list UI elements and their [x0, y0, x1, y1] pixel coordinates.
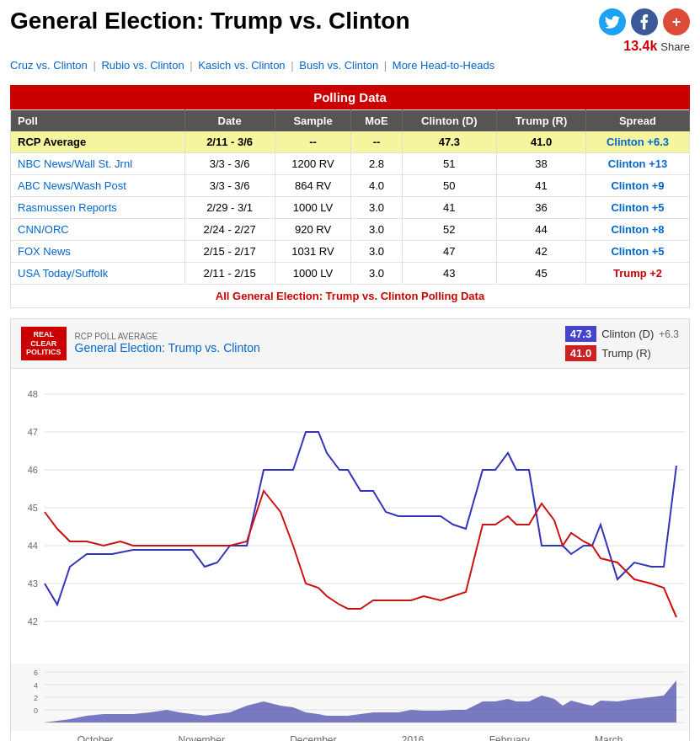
- sublink-cruz[interactable]: Cruz vs. Clinton: [10, 59, 88, 72]
- sublink-more[interactable]: More Head-to-Heads: [393, 59, 494, 72]
- googleplus-icon[interactable]: +: [663, 8, 690, 35]
- poll-sample: 920 RV: [275, 219, 351, 241]
- mini-chart-svg: 6 4 2 0: [11, 664, 689, 731]
- poll-link[interactable]: ABC News/Wash Post: [18, 179, 126, 192]
- poll-date: 3/3 - 3/6: [184, 153, 275, 175]
- trump-label: Trump (R): [601, 347, 651, 360]
- trump-value: 41.0: [565, 345, 596, 361]
- sublink-kasich[interactable]: Kasich vs. Clinton: [198, 59, 285, 72]
- clinton-label: Clinton (D): [601, 328, 654, 340]
- poll-clinton: 47: [402, 241, 497, 263]
- svg-text:47: 47: [28, 427, 38, 437]
- svg-text:43: 43: [28, 578, 38, 589]
- divider: |: [93, 59, 99, 72]
- facebook-icon[interactable]: [631, 8, 658, 35]
- rcp-moe: --: [351, 131, 402, 153]
- page-header: General Election: Trump vs. Clinton + 13…: [0, 0, 700, 57]
- poll-trump: 38: [497, 153, 586, 175]
- divider: |: [384, 59, 390, 72]
- sublinks-bar: Cruz vs. Clinton | Rubio vs. Clinton | K…: [0, 57, 700, 78]
- poll-sample: 1000 LV: [275, 197, 351, 219]
- poll-clinton: 52: [402, 219, 497, 241]
- poll-date: 3/3 - 3/6: [184, 175, 275, 197]
- x-label-oct: October: [77, 734, 114, 741]
- social-share-area: + 13.4k Share: [599, 8, 690, 54]
- poll-trump: 36: [497, 197, 586, 219]
- poll-spread: Clinton +8: [585, 219, 689, 241]
- poll-spread: Clinton +13: [585, 153, 689, 175]
- polling-table: Poll Date Sample MoE Clinton (D) Trump (…: [10, 109, 690, 285]
- poll-name: FOX News: [11, 241, 185, 263]
- svg-text:6: 6: [34, 669, 38, 677]
- table-row: FOX News 2/15 - 2/17 1031 RV 3.0 47 42 C…: [11, 241, 690, 263]
- poll-moe: 3.0: [351, 197, 402, 219]
- page-container: General Election: Trump vs. Clinton + 13…: [0, 0, 700, 741]
- poll-link[interactable]: NBC News/Wall St. Jrnl: [18, 157, 132, 170]
- poll-link[interactable]: Rasmussen Reports: [18, 201, 117, 214]
- poll-clinton: 51: [402, 153, 497, 175]
- x-label-mar: March: [595, 734, 623, 741]
- clinton-change: +6.3: [659, 328, 679, 340]
- poll-link[interactable]: USA Today/Suffolk: [18, 267, 108, 280]
- chart-x-labels: October November December 2016 February …: [11, 731, 689, 741]
- svg-rect-0: [11, 377, 689, 664]
- poll-link[interactable]: CNN/ORC: [18, 223, 69, 236]
- x-label-nov: November: [179, 734, 225, 741]
- poll-clinton: 50: [402, 175, 497, 197]
- svg-text:4: 4: [34, 681, 38, 690]
- poll-name: NBC News/Wall St. Jrnl: [11, 153, 185, 175]
- x-label-2016: 2016: [402, 734, 425, 741]
- poll-moe: 3.0: [351, 263, 402, 285]
- poll-trump: 45: [497, 263, 586, 285]
- poll-moe: 3.0: [351, 219, 402, 241]
- poll-link[interactable]: FOX News: [18, 245, 71, 258]
- col-sample: Sample: [275, 110, 351, 132]
- rcp-poll: RCP Average: [11, 131, 185, 153]
- sublink-bush[interactable]: Bush vs. Clinton: [299, 59, 378, 72]
- col-trump: Trump (R): [497, 110, 586, 132]
- poll-trump: 42: [497, 241, 586, 263]
- col-date: Date: [184, 110, 275, 132]
- col-spread: Spread: [585, 110, 689, 132]
- chart-title-area: RCP POLL AVERAGE General Election: Trump…: [75, 332, 260, 355]
- poll-moe: 4.0: [351, 175, 402, 197]
- clinton-value: 47.3: [565, 326, 596, 342]
- poll-name: Rasmussen Reports: [11, 197, 185, 219]
- divider: |: [291, 59, 297, 72]
- rcp-sample: --: [275, 131, 351, 153]
- svg-text:46: 46: [28, 465, 38, 475]
- page-title: General Election: Trump vs. Clinton: [10, 8, 410, 35]
- poll-date: 2/24 - 2/27: [184, 219, 275, 241]
- x-label-dec: December: [290, 734, 336, 741]
- social-icons: +: [599, 8, 690, 35]
- rcp-poll-label: RCP POLL AVERAGE: [75, 332, 260, 341]
- chart-title-group: REAL CLEAR POLITICS RCP POLL AVERAGE Gen…: [21, 327, 260, 360]
- svg-text:0: 0: [34, 706, 38, 715]
- poll-sample: 1031 RV: [275, 241, 351, 263]
- poll-moe: 3.0: [351, 241, 402, 263]
- title-area: General Election: Trump vs. Clinton: [10, 8, 410, 35]
- polling-section: Polling Data Poll Date Sample MoE Clinto…: [10, 85, 690, 308]
- sublink-rubio[interactable]: Rubio vs. Clinton: [101, 59, 184, 72]
- rcp-date: 2/11 - 3/6: [184, 131, 275, 153]
- svg-text:44: 44: [28, 541, 38, 551]
- table-row: ABC News/Wash Post 3/3 - 3/6 864 RV 4.0 …: [11, 175, 690, 197]
- poll-sample: 1200 RV: [275, 153, 351, 175]
- svg-text:45: 45: [28, 503, 38, 513]
- x-label-feb: February: [489, 734, 530, 741]
- col-clinton: Clinton (D): [402, 110, 497, 132]
- rcp-clinton: 47.3: [402, 131, 497, 153]
- svg-text:48: 48: [28, 389, 38, 399]
- legend-trump: 41.0 Trump (R): [565, 345, 679, 361]
- svg-text:42: 42: [28, 616, 38, 626]
- rcp-logo: REAL CLEAR POLITICS: [21, 327, 67, 360]
- col-poll: Poll: [11, 110, 185, 132]
- poll-name: ABC News/Wash Post: [11, 175, 185, 197]
- all-data-link[interactable]: All General Election: Trump vs. Clinton …: [216, 290, 484, 302]
- rcp-spread: Clinton +6.3: [585, 131, 689, 153]
- all-data-link-container: All General Election: Trump vs. Clinton …: [10, 285, 690, 308]
- twitter-icon[interactable]: [599, 8, 626, 35]
- poll-name: CNN/ORC: [11, 219, 185, 241]
- poll-date: 2/11 - 2/15: [184, 263, 275, 285]
- chart-section: REAL CLEAR POLITICS RCP POLL AVERAGE Gen…: [10, 318, 690, 741]
